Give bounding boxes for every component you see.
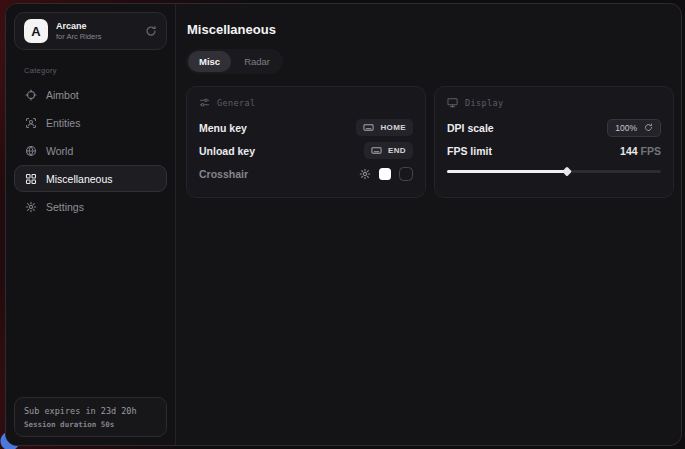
app-header: A Arcane for Arc Riders — [14, 12, 167, 50]
slider-fill — [447, 170, 567, 173]
card-display-header: Display — [447, 97, 661, 108]
sidebar-item-label: Aimbot — [46, 89, 79, 101]
scan-person-icon — [25, 117, 37, 129]
keyboard-icon — [363, 122, 374, 133]
card-general: General Menu key HOME — [186, 86, 426, 198]
card-general-header: General — [199, 97, 413, 108]
crosshair-controls — [359, 167, 413, 181]
menu-key-label: Menu key — [199, 122, 247, 134]
dpi-scale-row: DPI scale 100% — [447, 116, 661, 139]
crosshair-row: Crosshair — [199, 162, 413, 185]
app-name: Arcane — [56, 21, 101, 31]
globe-icon — [25, 145, 37, 157]
sidebar-item-world[interactable]: World — [14, 137, 167, 164]
slider-thumb[interactable] — [562, 167, 572, 177]
sidebar-item-label: Miscellaneous — [46, 173, 113, 185]
app-title-block: Arcane for Arc Riders — [56, 21, 101, 41]
sub-expiry-text: Sub expires in 23d 20h — [24, 406, 157, 416]
dpi-scale-label: DPI scale — [447, 122, 494, 134]
dpi-scale-value: 100% — [615, 123, 637, 133]
subscription-info-box: Sub expires in 23d 20h Session duration … — [14, 397, 167, 437]
unload-key-row: Unload key END — [199, 139, 413, 162]
desktop-backdrop: A Arcane for Arc Riders Category — [0, 0, 685, 449]
key-value: END — [388, 146, 406, 155]
sidebar-item-entities[interactable]: Entities — [14, 109, 167, 136]
app-window: A Arcane for Arc Riders Category — [5, 3, 682, 446]
dpi-scale-select[interactable]: 100% — [607, 119, 661, 137]
keyboard-icon — [371, 145, 382, 156]
gear-icon[interactable] — [359, 168, 371, 180]
app-logo: A — [24, 19, 48, 43]
sidebar-item-label: Settings — [46, 201, 84, 213]
crosshair-color-swatch[interactable] — [379, 168, 391, 180]
sliders-icon — [199, 97, 210, 108]
main-content: Miscellaneous Misc Radar Gene — [176, 4, 682, 445]
gear-icon — [25, 201, 37, 213]
crosshair-checkbox[interactable] — [399, 167, 413, 181]
sidebar-item-aimbot[interactable]: Aimbot — [14, 81, 167, 108]
fps-limit-slider[interactable] — [447, 166, 661, 176]
crosshair-label: Crosshair — [199, 168, 248, 180]
tab-misc[interactable]: Misc — [188, 51, 231, 72]
tab-radar[interactable]: Radar — [233, 51, 281, 72]
session-duration-text: Session duration 50s — [24, 420, 157, 429]
fps-number: 144 — [620, 145, 638, 157]
card-display: Display DPI scale 100% — [434, 86, 674, 198]
sidebar-item-label: World — [46, 145, 73, 157]
app-subtitle: for Arc Riders — [56, 32, 101, 41]
sidebar: A Arcane for Arc Riders Category — [6, 4, 176, 445]
card-title: General — [217, 98, 256, 108]
refresh-icon — [644, 123, 653, 132]
crosshair-icon — [25, 89, 37, 101]
fps-limit-label: FPS limit — [447, 145, 492, 157]
cards-row: General Menu key HOME — [186, 86, 674, 198]
sidebar-item-miscellaneous[interactable]: Miscellaneous — [14, 165, 167, 192]
sidebar-item-settings[interactable]: Settings — [14, 193, 167, 220]
menu-key-binding[interactable]: HOME — [356, 119, 413, 136]
fps-limit-value: 144FPS — [620, 145, 661, 157]
card-title: Display — [465, 98, 504, 108]
category-label: Category — [24, 66, 167, 75]
sidebar-spacer — [14, 220, 167, 397]
tab-bar: Misc Radar — [186, 49, 283, 74]
sidebar-nav: Aimbot Entities — [14, 81, 167, 220]
sync-icon[interactable] — [145, 25, 157, 37]
grid-icon — [25, 173, 37, 185]
sidebar-item-label: Entities — [46, 117, 80, 129]
monitor-icon — [447, 97, 458, 108]
key-value: HOME — [380, 123, 406, 132]
unload-key-binding[interactable]: END — [364, 142, 413, 159]
page-title: Miscellaneous — [187, 22, 674, 37]
fps-limit-row: FPS limit 144FPS — [447, 139, 661, 162]
unload-key-label: Unload key — [199, 145, 255, 157]
menu-key-row: Menu key HOME — [199, 116, 413, 139]
fps-unit: FPS — [641, 145, 661, 157]
